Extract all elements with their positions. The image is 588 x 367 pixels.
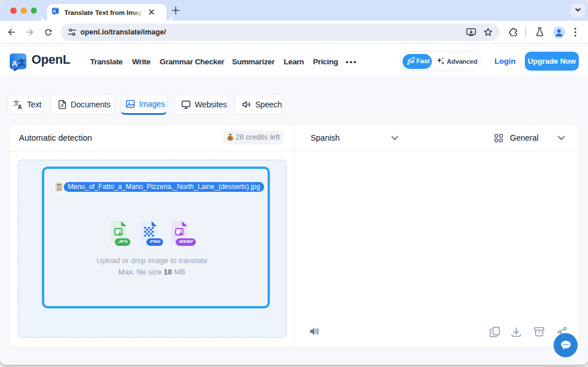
- svg-text:A: A: [12, 59, 18, 68]
- svg-text:文: 文: [56, 8, 59, 11]
- svg-text:$: $: [229, 136, 231, 141]
- svg-text:文: 文: [18, 58, 26, 67]
- svg-text:A: A: [18, 104, 22, 110]
